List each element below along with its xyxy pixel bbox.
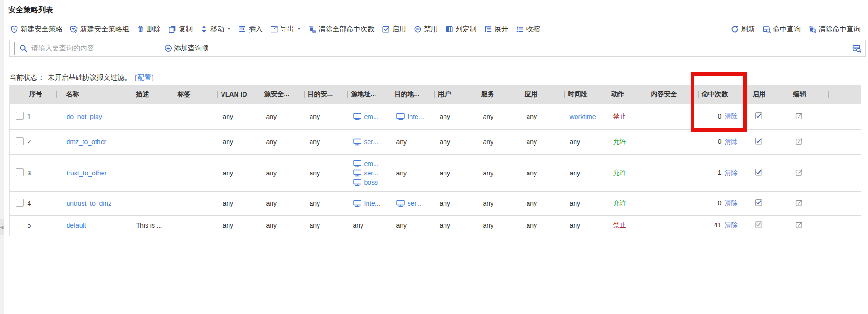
col-header-seq: 序号 <box>26 85 56 104</box>
table-header-row: 序号名称描述标签VLAN ID源安全...目的安...源地址...目的地...用… <box>10 85 861 104</box>
toolbar-clear-hit-query-button[interactable]: 清除命中查询 <box>808 25 861 34</box>
toolbar-disable-button[interactable]: 禁用 <box>414 25 438 34</box>
hit-clear-link[interactable]: 清除 <box>725 221 738 229</box>
row-checkbox[interactable] <box>16 199 24 207</box>
address-object-link[interactable]: em... <box>364 160 379 167</box>
search-icon <box>19 44 28 53</box>
status-line: 当前状态： 未开启基础协议报文过滤。 [配置] <box>9 73 153 82</box>
col-header-svc: 服务 <box>478 85 521 104</box>
address-list: any <box>396 167 434 180</box>
toolbar-move-button[interactable]: 移动▼ <box>200 25 231 34</box>
cell-name: trust_to_other <box>56 154 131 191</box>
toolbar-clear-all-hits-label: 清除全部命中次数 <box>319 25 375 34</box>
address-object-link[interactable]: ser... <box>408 200 422 207</box>
cell-szone: any <box>261 191 304 215</box>
search-input[interactable] <box>30 44 157 53</box>
toolbar-delete-button[interactable]: 删除 <box>137 25 161 34</box>
collapse-handle[interactable]: ◀ <box>0 219 4 235</box>
action-value: 禁止 <box>613 221 626 229</box>
row-checkbox[interactable] <box>16 137 24 145</box>
cell-vlan: any <box>217 154 261 191</box>
toolbar-new-policy-button[interactable]: 新建安全策略 <box>10 25 62 34</box>
cell-sel <box>10 154 26 191</box>
policy-name-link[interactable]: trust_to_other <box>67 169 107 177</box>
row-app: any <box>527 113 537 120</box>
row-checkbox[interactable] <box>16 168 24 176</box>
toolbar-enable-button[interactable]: 启用 <box>382 25 406 34</box>
table-row: 2dmz_to_otheranyanyanyser...anyanyanyany… <box>10 129 861 154</box>
cell-vlan: any <box>217 191 261 215</box>
toolbar-hit-query-button[interactable]: 命中查询 <box>763 25 801 34</box>
address-object-link[interactable]: em... <box>364 113 379 120</box>
hit-clear-link[interactable]: 清除 <box>725 169 738 176</box>
address-list: em...ser...boss <box>353 157 391 189</box>
policy-name-link[interactable]: dmz_to_other <box>67 138 107 146</box>
policy-name-link[interactable]: untrust_to_dmz <box>67 200 112 207</box>
cell-sel <box>10 215 26 236</box>
enable-checkbox[interactable] <box>755 168 763 176</box>
monitor-icon <box>353 113 361 120</box>
cell-desc <box>131 191 174 215</box>
address-object-link[interactable]: Inte... <box>408 113 424 120</box>
edit-button[interactable] <box>795 221 803 229</box>
edit-button[interactable] <box>795 199 803 207</box>
address-object-link[interactable]: Inte... <box>364 200 381 207</box>
address-text: any <box>396 169 407 177</box>
toolbar-refresh-button[interactable]: 刷新 <box>731 25 755 34</box>
time-range-link[interactable]: worktime <box>570 113 596 120</box>
policy-name-link[interactable]: default <box>67 222 86 229</box>
hit-clear-link[interactable]: 清除 <box>725 138 738 145</box>
enable-checkbox[interactable] <box>755 199 763 207</box>
circle-minus-icon <box>414 25 422 33</box>
row-seq: 1 <box>28 113 31 120</box>
hit-count: 0 <box>718 138 722 145</box>
toolbar-clear-all-hits-button[interactable]: 00清除全部命中次数 <box>308 25 375 34</box>
toolbar-expand-button[interactable]: 展开 <box>484 25 508 34</box>
address-object-link[interactable]: ser... <box>364 169 378 177</box>
toolbar-hit-query-label: 命中查询 <box>773 25 801 34</box>
cell-seq: 4 <box>26 191 56 215</box>
row-checkbox[interactable] <box>16 112 24 120</box>
toolbar-collapse-button[interactable]: 收缩 <box>516 25 540 34</box>
cell-svc: any <box>478 215 521 236</box>
cell-svc: any <box>478 129 521 154</box>
col-header-time: 时间段 <box>564 85 608 104</box>
policy-name-link[interactable]: do_not_play <box>67 113 102 120</box>
saved-query-icon[interactable] <box>852 44 861 53</box>
cell-action: 禁止 <box>608 215 646 236</box>
cell-app: any <box>521 215 564 236</box>
edit-button[interactable] <box>795 168 803 176</box>
edit-button[interactable] <box>795 112 803 120</box>
toolbar-copy-button[interactable]: 复制 <box>168 25 193 34</box>
toolbar-new-policy-group-button[interactable]: 新建安全策略组 <box>70 25 129 34</box>
toolbar-insert-button[interactable]: 插入 <box>238 25 263 34</box>
hit-clear-link[interactable]: 清除 <box>725 112 738 120</box>
row-dst-zone: any <box>310 169 320 177</box>
edit-button[interactable] <box>795 137 803 145</box>
toolbar-export-button[interactable]: 导出▼ <box>270 25 301 34</box>
row-time: any <box>570 169 581 177</box>
address-text: any <box>396 222 407 229</box>
hit-clear-link[interactable]: 清除 <box>725 199 738 207</box>
address-object-link[interactable]: ser... <box>364 138 378 146</box>
address-list: ser... <box>396 197 434 210</box>
configure-link[interactable]: [配置] <box>135 73 153 82</box>
cell-hits: 1清除 <box>698 154 742 191</box>
enable-checkbox <box>755 221 763 229</box>
col-header-csec: 内容安全 <box>646 85 698 104</box>
row-time: any <box>570 222 581 229</box>
enable-checkbox[interactable] <box>755 112 763 120</box>
add-query-button[interactable]: 添加查询项 <box>164 44 209 53</box>
cell-user: any <box>434 104 478 129</box>
toolbar-new-policy-group-label: 新建安全策略组 <box>80 25 129 34</box>
cell-saddr: Inte... <box>347 191 391 215</box>
cell-szone: any <box>261 215 304 236</box>
cell-user: any <box>434 191 478 215</box>
address-object-link[interactable]: boss <box>364 179 378 186</box>
address-item: boss <box>353 179 391 186</box>
trash-zero-icon: 00 <box>308 25 316 33</box>
cell-app: any <box>521 154 564 191</box>
cell-edit <box>785 154 828 191</box>
toolbar-column-customize-button[interactable]: 列定制 <box>445 25 477 34</box>
enable-checkbox[interactable] <box>755 137 763 145</box>
